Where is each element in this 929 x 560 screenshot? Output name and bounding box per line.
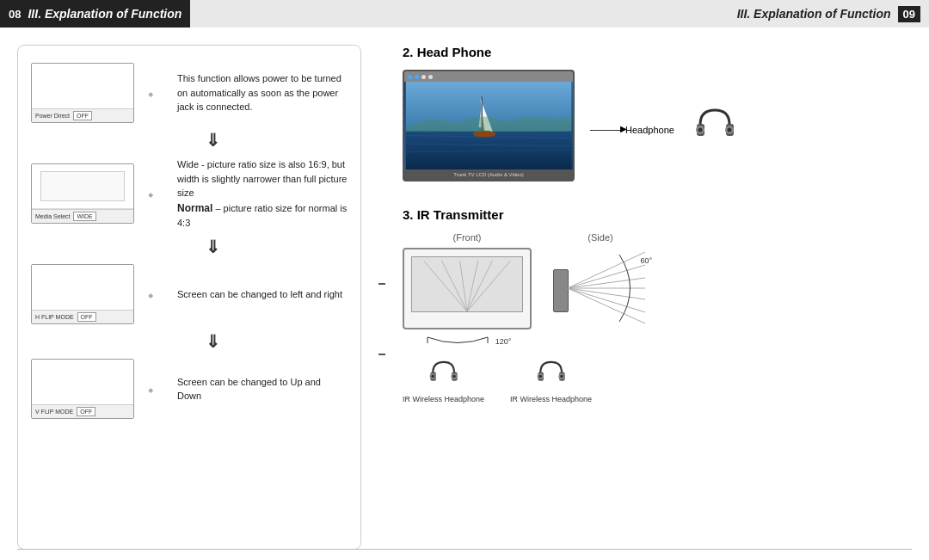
gray-arrow-1: ⬥ [147,84,164,102]
ir-60-label: 60° [640,256,652,265]
headphone-arrow-row: ▶ Headphone [590,125,674,135]
panel-text-3: Screen can be changed to left and right [177,287,348,302]
arrow-down-3: ⇓ [31,333,348,350]
header-spacer [190,0,728,28]
panel-text-4: Screen can be changed to Up and Down [177,375,348,403]
vflip-label: V FLIP MODE [35,409,73,415]
panel-text-2: Wide - picture ratio size is also 16:9, … [177,157,348,230]
page-num-right: 09 [898,6,920,22]
svg-point-34 [431,375,434,378]
gray-arrow-4: ⬥ [147,380,164,397]
tv-dot-4 [428,75,433,79]
ir-device-side [553,269,569,312]
bracket-area [378,88,385,550]
hflip-value: OFF [77,312,96,322]
headphone-arrow-label: Headphone [625,125,674,135]
header-right: III. Explanation of Function 09 [729,0,929,28]
ir-front-svg [412,257,522,311]
power-direct-label: Power Direct [35,113,70,119]
ir-wireless-item-1: IR Wireless Headphone [403,357,484,403]
ir-bottom-row: IR Wireless Headphone IR Wireless Headph… [403,357,912,403]
headphone-icon [692,103,739,151]
header-left: 08 III. Explanation of Function [0,0,190,28]
ir-section-title: 3. IR Transmitter [403,207,912,222]
ir-120-arc [423,333,492,350]
svg-point-13 [698,127,702,132]
screen-power-direct: Power Direct OFF [31,63,134,123]
ir-screen-inner [411,256,523,312]
svg-line-24 [568,265,645,288]
main-content: Power Direct OFF ⬥ This function allows … [0,28,929,558]
page-header: 08 III. Explanation of Function III. Exp… [0,0,929,28]
ir-wireless-label-1: IR Wireless Headphone [403,395,484,403]
bottom-divider [17,549,912,550]
svg-point-14 [727,127,731,132]
tv-top-bar [404,71,573,82]
gray-arrow-2: ⬥ [147,185,164,202]
bracket-mark-bottom [378,354,385,355]
tv-dot-2 [415,75,419,79]
headphone-section-title: 2. Head Phone [403,45,912,59]
tv-bottom-label: Trunk TV LCD (Audio & Video) [404,169,573,180]
vflip-value: OFF [77,407,95,416]
svg-line-28 [568,288,645,312]
ir-section: 3. IR Transmitter (Front) [403,203,912,403]
arrow-down-2: ⇓ [31,238,348,255]
headphone-section: 2. Head Phone [403,40,912,199]
screen-vflip: V FLIP MODE OFF [31,359,134,419]
ir-front-diagram: (Front) [403,232,532,350]
svg-point-41 [560,375,563,378]
hflip-label: H FLIP MODE [35,314,74,320]
page-num-left: 08 [9,8,21,21]
svg-point-40 [538,375,542,378]
arrow-line: ▶ [590,130,620,131]
tv-dot-3 [421,75,426,79]
bracket-mark-top [378,283,385,285]
tv-screen: Trunk TV LCD (Audio & Video) [403,70,575,182]
ir-wireless-item-2: IR Wireless Headphone [510,357,592,403]
svg-point-35 [452,375,456,378]
chapter-title-left: III. Explanation of Function [28,7,181,21]
power-direct-value: OFF [73,111,92,120]
ir-diagrams: (Front) [403,232,912,350]
svg-point-8 [473,131,496,138]
panel-row-2: Media Select WIDE ⬥ Wide - picture ratio… [31,157,348,230]
svg-line-18 [467,261,478,311]
panel-row-3: H FLIP MODE OFF ⬥ Screen can be changed … [31,264,348,324]
media-select-value: WIDE [73,212,95,221]
gray-arrow-3: ⬥ [147,286,164,303]
headphone-icon-area [692,103,739,153]
tv-dot-1 [408,75,412,79]
ir-front-label: (Front) [453,232,482,243]
tv-image-area [404,82,573,169]
ir-front-screen [403,248,532,329]
left-panel: Power Direct OFF ⬥ This function allows … [17,45,361,550]
ir-120-label: 120° [423,333,512,350]
screen-media-select: Media Select WIDE [31,163,134,224]
screen-hflip: H FLIP MODE OFF [31,264,134,324]
chapter-title-right: III. Explanation of Function [737,7,891,21]
headphone-arrow-container: ▶ Headphone [590,116,674,135]
headphone-content: Trunk TV LCD (Audio & Video) ▶ Headphone [403,70,912,182]
ir-side-diagram: (Side) [549,232,652,329]
right-panel: 2. Head Phone [403,36,912,550]
panel-row-4: V FLIP MODE OFF ⬥ Screen can be changed … [31,359,348,419]
ir-side-label: (Side) [588,232,612,243]
media-select-label: Media Select [35,213,70,219]
ir-headphone-icon-1 [427,357,461,391]
panel-row-1: Power Direct OFF ⬥ This function allows … [31,63,348,123]
ir-headphone-icon-2 [534,357,569,391]
panel-text-1: This function allows power to be turned … [177,71,348,114]
arrow-down-1: ⇓ [31,132,348,149]
ir-side-visual: 60° [549,248,652,329]
ir-wireless-label-2: IR Wireless Headphone [510,395,592,403]
